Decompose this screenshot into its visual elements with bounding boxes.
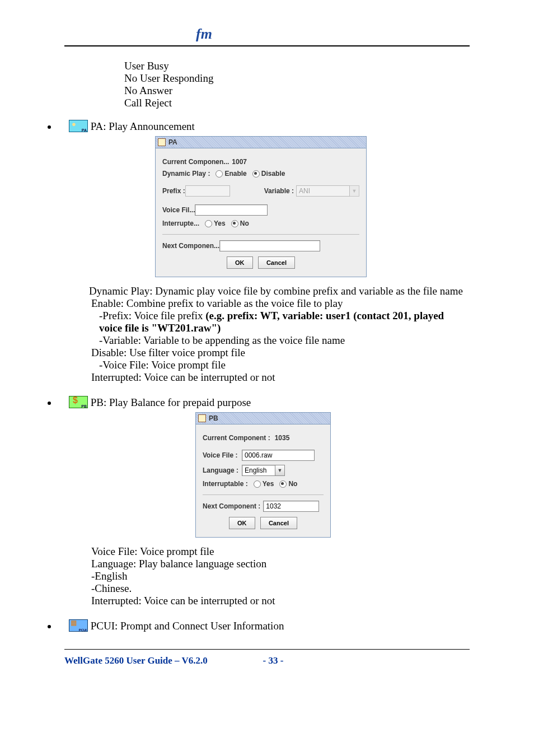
pb-desc-interrupt: Interrupted: Voice can be interrupted or… — [91, 595, 470, 607]
pa-next-input[interactable] — [219, 240, 320, 251]
pa-interrupt-label: Interrupte... — [162, 220, 199, 227]
pb-current-label: Current Component : — [203, 434, 270, 442]
pb-item: PB: Play Balance for prepaid purpose PB … — [58, 396, 470, 607]
pa-separator — [162, 234, 359, 235]
pa-item: PA: Play Announcement PA Current Compone… — [58, 120, 470, 384]
pa-disable-text: Disable — [261, 170, 285, 178]
pcui-title: PCUI: Prompt and Connect User Informatio… — [91, 620, 284, 632]
pb-desc-chinese: -Chinese. — [91, 582, 470, 595]
pa-current-label: Current Componen... — [162, 158, 229, 166]
pb-next-input[interactable]: 1032 — [263, 501, 319, 512]
pa-enable-text: Enable — [224, 170, 246, 178]
pa-desc-prefix-text: -Prefix: Voice file prefix — [99, 310, 205, 321]
pb-interrupt-no-radio[interactable] — [279, 480, 287, 488]
pa-next-label: Next Componen... — [162, 242, 219, 250]
pa-desc-interrupt: Interrupted: Voice can be interrupted or… — [91, 371, 470, 384]
pa-enable-radio[interactable] — [216, 170, 223, 178]
pa-desc-enable: Enable: Combine prefix to variable as th… — [91, 297, 470, 310]
pa-title: PA: Play Announcement — [91, 120, 195, 132]
footer-page: - 33 - — [263, 655, 284, 666]
pa-ok-button[interactable]: OK — [227, 256, 253, 269]
pb-voicefile-label: Voice File : — [203, 451, 242, 459]
pa-interrupt-no-radio[interactable] — [231, 220, 238, 227]
pa-desc-prefix: -Prefix: Voice file prefix (e.g. prefix:… — [99, 310, 470, 334]
pb-language-select[interactable]: English — [242, 465, 275, 476]
pa-cancel-button[interactable]: Cancel — [258, 256, 295, 269]
pb-ok-button[interactable]: OK — [229, 517, 255, 529]
pa-voicefile-input[interactable] — [195, 204, 268, 216]
pa-dialog-title: PA — [168, 138, 177, 146]
pa-prefix-label: Prefix : — [162, 187, 185, 195]
pa-variable-select[interactable]: ANI — [296, 185, 350, 197]
pb-next-label: Next Component : — [203, 502, 260, 510]
pa-dialog: PA Current Componen... 1007 Dynamic Play… — [155, 136, 367, 277]
busy-line-1: No User Responding — [124, 72, 470, 85]
pb-interrupt-yes-radio[interactable] — [254, 480, 261, 488]
busy-line-3: Call Reject — [124, 97, 470, 109]
pa-variable-label: Variable : — [264, 187, 294, 195]
pa-disable-radio[interactable] — [252, 170, 260, 178]
bottom-divider — [64, 649, 470, 650]
pb-title: PB: Play Balance for prepaid purpose — [91, 396, 251, 408]
top-divider — [64, 45, 470, 46]
pb-dialog: PB Current Component : 1035 Voice File :… — [195, 412, 331, 538]
pb-desc-voicefile: Voice File: Voice prompt file — [91, 545, 470, 558]
pa-dynplay-label: Dynamic Play : — [162, 170, 210, 178]
pb-voicefile-input[interactable]: 0006.raw — [242, 450, 315, 461]
footer-title: WellGate 5260 User Guide – V6.2.0 — [64, 655, 208, 666]
pcui-item: PCUI: Prompt and Connect User Informatio… — [58, 619, 470, 632]
pb-cancel-button[interactable]: Cancel — [260, 517, 297, 529]
logo: fm — [196, 26, 212, 43]
pa-prefix-input[interactable] — [185, 185, 230, 197]
pa-dialog-titlebar[interactable]: PA — [156, 136, 366, 148]
busy-line-2: No Answer — [124, 85, 470, 97]
pa-desc-variable: -Variable: Variable to be appending as t… — [99, 334, 470, 347]
pb-icon — [69, 396, 88, 408]
pa-interrupt-no-text: No — [240, 220, 249, 227]
pa-icon — [69, 120, 88, 132]
pb-interrupt-label: Interruptable : — [203, 480, 248, 488]
pb-interrupt-yes-text: Yes — [263, 480, 274, 488]
pa-interrupt-yes-radio[interactable] — [205, 220, 212, 227]
pa-desc-voicefile: -Voice File: Voice prompt file — [99, 359, 470, 371]
busy-line-0: User Busy — [124, 60, 470, 72]
pa-title-icon — [158, 138, 166, 146]
pb-dialog-title: PB — [209, 414, 218, 422]
pb-current-value: 1035 — [275, 434, 290, 442]
pa-variable-dropdown-icon[interactable]: ▼ — [350, 185, 359, 197]
busy-lines: User Busy No User Responding No Answer C… — [124, 60, 470, 109]
pa-current-value: 1007 — [232, 158, 247, 166]
pb-desc-language: Language: Play balance language section — [91, 558, 470, 570]
pb-language-label: Language : — [203, 466, 242, 474]
pb-separator — [203, 494, 324, 495]
pb-language-dropdown-icon[interactable]: ▼ — [275, 465, 285, 476]
pcui-icon — [69, 619, 88, 632]
pb-title-icon — [198, 414, 206, 422]
body-content: User Busy No User Responding No Answer C… — [64, 60, 470, 632]
pa-interrupt-yes-text: Yes — [214, 220, 226, 227]
pb-desc-english: -English — [91, 570, 470, 582]
pa-desc-disable: Disable: Use filter voice prompt file — [91, 347, 470, 359]
pa-voicefile-label: Voice Fil... — [162, 206, 195, 214]
pb-dialog-titlebar[interactable]: PB — [196, 412, 330, 424]
pb-interrupt-no-text: No — [288, 480, 297, 488]
footer: WellGate 5260 User Guide – V6.2.0 - 33 - — [64, 654, 470, 666]
pa-desc-dyn: Dynamic Play: Dynamic play voice file by… — [89, 285, 470, 297]
